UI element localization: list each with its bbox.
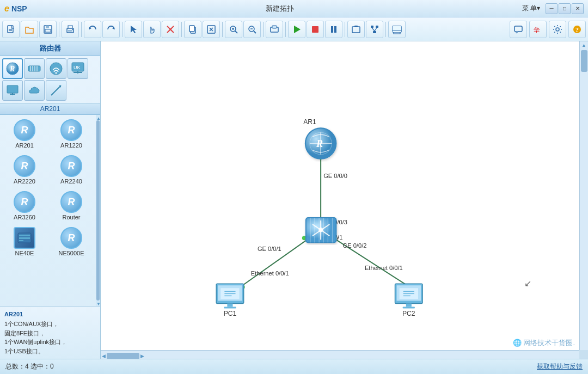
panel-scrollbar[interactable]: ▲ ▼	[96, 115, 100, 306]
scroll-v-up[interactable]: ▲	[580, 41, 588, 49]
canvas-scrollbar-v[interactable]: ▲	[579, 41, 588, 350]
device-item-ar201[interactable]: R AR201	[2, 117, 47, 151]
close-button[interactable]: ✕	[572, 3, 584, 14]
zoom-in-button[interactable]	[225, 21, 242, 38]
device-icon-ne40e	[14, 227, 35, 249]
device-grid: R AR201 R AR1220 R	[2, 117, 94, 259]
svg-line-38	[372, 28, 375, 31]
device-type-router[interactable]: R	[2, 58, 23, 79]
scroll-down[interactable]: ▼	[96, 302, 100, 305]
svg-rect-37	[373, 31, 376, 33]
scroll-up[interactable]: ▲	[96, 116, 100, 119]
device-label-ar1220: AR1220	[60, 142, 82, 149]
undo-button[interactable]	[84, 21, 101, 38]
scroll-thumb[interactable]	[96, 120, 100, 301]
svg-point-87	[318, 228, 323, 232]
redo-button[interactable]	[102, 21, 120, 38]
delete-button[interactable]	[162, 21, 179, 38]
help-button[interactable]: ?	[568, 21, 586, 38]
svg-text:PC1: PC1	[224, 310, 237, 317]
device-item-ar2240[interactable]: R AR2240	[49, 153, 94, 187]
help-feedback-link[interactable]: 获取帮助与反馈	[537, 362, 583, 371]
device-label-ne5000e: NE5000E	[58, 250, 84, 256]
print-button[interactable]	[62, 21, 79, 38]
svg-line-65	[51, 85, 61, 95]
start-button[interactable]	[288, 21, 305, 38]
label-eth001-pc1: Ethernet 0/0/1	[251, 270, 289, 277]
minimize-button[interactable]: ─	[546, 3, 558, 14]
svg-rect-5	[45, 29, 51, 32]
svg-rect-4	[46, 26, 49, 28]
device-type-pc[interactable]	[2, 80, 23, 101]
chat-button[interactable]	[510, 21, 527, 38]
device-icon-ar3260: R	[14, 191, 35, 213]
toolbar: 华 ?	[0, 17, 588, 41]
fit-button[interactable]	[266, 21, 283, 38]
new-file-button[interactable]	[2, 21, 20, 38]
device-item-ar2220[interactable]: R AR2220	[2, 153, 47, 187]
device-type-wireless[interactable]	[46, 58, 66, 79]
watermark: 🌐 网络技术干货圈.	[513, 338, 575, 348]
desc-title: AR201	[4, 310, 96, 319]
svg-text:R: R	[9, 65, 15, 73]
open-file-button[interactable]	[21, 21, 38, 38]
scroll-h-thumb[interactable]	[107, 353, 139, 359]
svg-rect-7	[68, 30, 72, 32]
svg-rect-70	[19, 240, 23, 241]
svg-rect-69	[19, 237, 30, 239]
settings-button[interactable]	[549, 21, 566, 38]
device-type-switch[interactable]	[24, 58, 45, 79]
svg-marker-29	[294, 26, 301, 33]
device-label-ar3260: AR3260	[14, 214, 35, 220]
zoom-out-button[interactable]	[243, 21, 261, 38]
canvas-area[interactable]: GE 0/0/0 GE 0/0/3 LSW1 GE 0/0/1 GE 0/0/2…	[101, 41, 588, 359]
logo-name: NSP	[11, 4, 27, 13]
node-pc1[interactable]: PC1	[216, 284, 244, 317]
canvas-scrollbar-h[interactable]: ◀ ▶	[101, 350, 579, 359]
node-ar1[interactable]: R AR1	[303, 118, 336, 159]
scroll-v-thumb[interactable]	[581, 50, 587, 72]
hand-button[interactable]	[143, 21, 161, 38]
monitor-button[interactable]	[388, 21, 406, 38]
stop-button[interactable]	[307, 21, 324, 38]
huawei-logo-button[interactable]: 华	[529, 21, 547, 38]
svg-rect-51	[28, 66, 40, 71]
device-type-line[interactable]	[46, 80, 66, 101]
copy-button[interactable]	[184, 21, 201, 38]
select-button[interactable]	[125, 21, 142, 38]
toolbar-separator-1	[59, 22, 59, 37]
device-icon-router: R	[60, 191, 82, 213]
topology-button[interactable]	[366, 21, 383, 38]
toolbar-right: 华 ?	[510, 21, 586, 38]
svg-point-45	[556, 28, 559, 31]
svg-rect-62	[7, 85, 18, 93]
pause-button[interactable]	[325, 21, 342, 38]
scroll-h-left[interactable]: ◀	[102, 353, 106, 359]
device-item-ne5000e[interactable]: R NE5000E	[49, 225, 94, 259]
scrollbar-corner	[579, 350, 588, 359]
menu-button[interactable]: 菜 单▾	[522, 4, 540, 13]
svg-point-8	[72, 29, 73, 30]
device-item-ar3260[interactable]: R AR3260	[2, 189, 47, 223]
scroll-h-right[interactable]: ▶	[140, 353, 144, 359]
toolbar-separator-9	[385, 22, 386, 37]
device-item-ne40e[interactable]: NE40E	[2, 225, 47, 259]
svg-rect-34	[354, 26, 358, 27]
save-button[interactable]	[39, 21, 57, 38]
device-type-cloud[interactable]	[24, 80, 45, 101]
device-type-network[interactable]: UK	[68, 58, 88, 79]
panel-section-title: 路由器	[0, 41, 100, 56]
label-ge000: GE 0/0/0	[323, 173, 347, 179]
desc-text: 1个CON/AUX接口， 固定8FE接口， 1个WAN侧uplink接口， 1个…	[4, 320, 96, 355]
node-pc2[interactable]: PC2	[395, 284, 423, 317]
window-controls: ─ □ ✕	[546, 3, 584, 14]
node-lsw1[interactable]	[306, 218, 336, 242]
svg-rect-90	[227, 304, 232, 307]
export-button[interactable]	[203, 21, 220, 38]
menu-label[interactable]: 菜 单▾	[522, 4, 540, 13]
capture-button[interactable]	[347, 21, 365, 38]
device-item-ar1220[interactable]: R AR1220	[49, 117, 94, 151]
maximize-button[interactable]: □	[559, 3, 571, 14]
toolbar-separator-8	[345, 22, 345, 37]
device-item-router[interactable]: R Router	[49, 189, 94, 223]
